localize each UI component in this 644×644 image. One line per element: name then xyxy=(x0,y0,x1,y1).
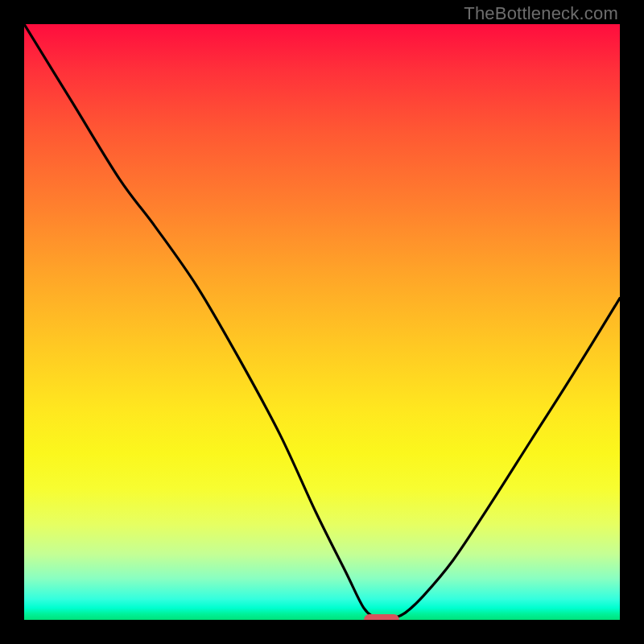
optimal-marker xyxy=(364,614,399,620)
chart-frame: TheBottleneck.com xyxy=(0,0,644,644)
bottleneck-curve xyxy=(24,24,620,620)
plot-area xyxy=(24,24,620,620)
watermark-text: TheBottleneck.com xyxy=(464,3,618,24)
